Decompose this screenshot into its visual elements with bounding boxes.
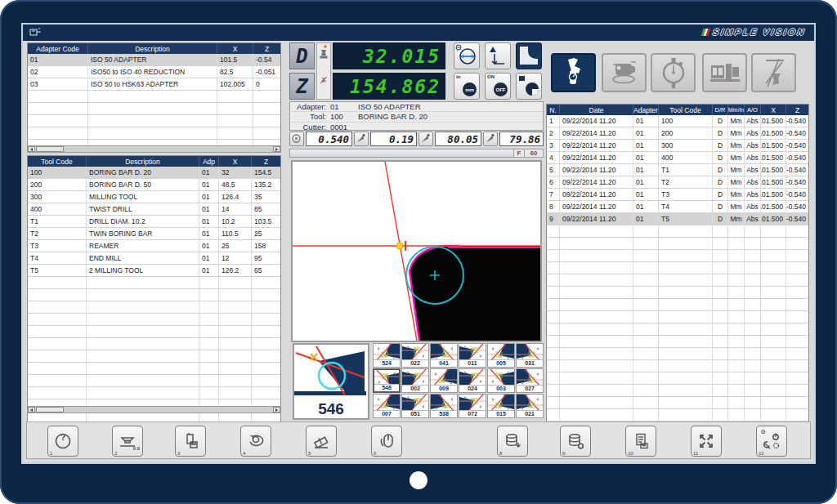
- system-settings-button[interactable]: G 12: [756, 426, 787, 457]
- gallery-thumbnail[interactable]: 051: [401, 394, 429, 418]
- history-empty-row[interactable]: [547, 262, 808, 274]
- scroll-left-arrow[interactable]: [28, 146, 35, 152]
- tool-empty-row[interactable]: [28, 375, 280, 387]
- tool-row[interactable]: 300 MILLING TOOL 01 126.4 35: [28, 191, 280, 203]
- machine-mode-button[interactable]: [702, 53, 747, 92]
- tool-empty-row[interactable]: [28, 277, 280, 289]
- tool-table-scrollbar[interactable]: [27, 406, 281, 413]
- capture-button[interactable]: 6: [371, 426, 402, 457]
- history-row[interactable]: 4 09/22/2014 11.20 01 400 D Mm Abs 101.5…: [547, 152, 808, 164]
- history-empty-row[interactable]: [547, 385, 808, 397]
- history-row[interactable]: 6 09/22/2014 11.20 01 T2 D Mm Abs 101.50…: [547, 176, 808, 189]
- scrollbar-thumb[interactable]: [36, 146, 64, 152]
- gallery-thumbnail[interactable]: 011: [459, 343, 486, 368]
- history-empty-row[interactable]: [547, 323, 808, 336]
- gallery-thumbnail[interactable]: 041: [430, 343, 458, 368]
- tool-row[interactable]: 400 TWIST DRILL 01 14 85: [28, 203, 280, 216]
- history-row[interactable]: 5 09/22/2014 11.20 01 T1 D Mm Abs 101.50…: [547, 164, 808, 176]
- tool-row[interactable]: 100 BORING BAR D. 20 01 32 154.5: [28, 167, 280, 179]
- save-tool-button[interactable]: 3: [175, 426, 206, 457]
- fullscreen-button[interactable]: 11: [691, 426, 722, 457]
- gallery-thumbnail[interactable]: 005: [487, 343, 515, 368]
- tool-zero-button[interactable]: 0.0 2: [112, 426, 143, 457]
- tool-row[interactable]: T5 2 MILLING TOOL 01 126.2 65: [28, 265, 280, 277]
- gallery-thumbnail[interactable]: 022: [401, 343, 429, 368]
- scroll-left-arrow[interactable]: [28, 407, 35, 413]
- inch-mm-toggle-button[interactable]: in mm: [454, 73, 480, 100]
- gallery-thumbnail[interactable]: 546: [373, 368, 401, 393]
- gallery-thumbnail[interactable]: 072: [459, 394, 486, 418]
- history-empty-row[interactable]: [547, 397, 808, 409]
- on-off-button[interactable]: ON OFF: [485, 73, 511, 100]
- history-empty-row[interactable]: [547, 336, 808, 348]
- angle-measure-button-2[interactable]: [418, 132, 433, 146]
- axis-z-button[interactable]: Z: [289, 73, 315, 100]
- history-empty-row[interactable]: [547, 250, 808, 262]
- history-row[interactable]: 1 09/22/2014 11.20 01 100 D Mm Abs 101.5…: [547, 115, 808, 127]
- gallery-thumbnail[interactable]: 002: [401, 368, 429, 393]
- tool-empty-row[interactable]: [28, 314, 280, 326]
- tool-empty-row[interactable]: [28, 301, 280, 314]
- tool-empty-row[interactable]: [28, 289, 280, 301]
- history-row[interactable]: 8 09/22/2014 11.20 01 T4 D Mm Abs 101.50…: [547, 201, 808, 213]
- gallery-thumbnail[interactable]: 524: [373, 343, 401, 368]
- gallery-thumbnail[interactable]: 031: [516, 343, 544, 368]
- gallery-thumbnail[interactable]: 007: [373, 394, 401, 418]
- datum-reference-button[interactable]: [485, 42, 511, 69]
- history-row[interactable]: 2 09/22/2014 11.20 01 200 D Mm Abs 101.5…: [547, 127, 808, 140]
- history-row[interactable]: 3 09/22/2014 11.20 01 300 D Mm Abs 101.5…: [547, 140, 808, 152]
- tool-rotation-button[interactable]: 4: [240, 426, 271, 457]
- adapter-empty-row[interactable]: [28, 91, 280, 103]
- history-empty-row[interactable]: [547, 360, 808, 372]
- adapter-row[interactable]: 03 ISO 50 to HSK63 ADAPTER 102.005 0: [28, 78, 280, 91]
- tool-empty-row[interactable]: [28, 387, 280, 399]
- history-empty-row[interactable]: [547, 274, 808, 287]
- history-empty-row[interactable]: [547, 348, 808, 360]
- history-empty-row[interactable]: [547, 299, 808, 311]
- gallery-thumbnail[interactable]: 021: [516, 394, 544, 418]
- angle-measure-button-3[interactable]: [483, 132, 498, 146]
- adapter-empty-row[interactable]: [28, 103, 280, 115]
- scroll-right-arrow[interactable]: [273, 146, 280, 152]
- history-row[interactable]: 7 09/22/2014 11.20 01 T3 D Mm Abs 101.50…: [547, 189, 808, 201]
- gallery-thumbnail[interactable]: 009: [430, 368, 458, 393]
- help-button[interactable]: ? 1: [47, 426, 78, 457]
- scrollbar-thumb[interactable]: [36, 407, 64, 413]
- height-gauge-mode-button[interactable]: [751, 53, 796, 92]
- gallery-thumbnail[interactable]: 003: [487, 368, 515, 393]
- database-settings-button[interactable]: 9: [560, 426, 591, 457]
- history-row[interactable]: 9 09/22/2014 11.20 01 T5 D Mm Abs 101.50…: [547, 213, 808, 225]
- corner-radius-button[interactable]: [516, 42, 542, 69]
- gallery-thumbnail[interactable]: 015: [487, 394, 515, 418]
- gallery-thumbnail[interactable]: 027: [516, 368, 544, 393]
- history-empty-row[interactable]: [547, 225, 808, 238]
- history-empty-row[interactable]: [547, 311, 808, 323]
- diameter-measure-button[interactable]: [454, 42, 480, 69]
- adapter-row[interactable]: 02 ISO50 to ISO 40 REDUCTION 82.5 -0.051: [28, 66, 280, 78]
- tool-row[interactable]: 200 BORING BAR D. 50 01 48.5 135.2: [28, 179, 280, 191]
- axis-d-button[interactable]: D: [289, 42, 315, 69]
- tool-row[interactable]: T1 DRILL DIAM. 10.2 01 10.2 103.5: [28, 216, 280, 228]
- angle-measure-button-1[interactable]: [354, 132, 369, 146]
- selected-image-preview[interactable]: 546: [293, 343, 369, 420]
- gallery-thumbnail[interactable]: 024: [459, 368, 486, 393]
- adapter-empty-row[interactable]: [28, 127, 280, 140]
- adapter-table-scrollbar[interactable]: [27, 145, 281, 153]
- tool-empty-row[interactable]: [28, 326, 280, 338]
- tool-row[interactable]: T2 TWIN BORING BAR 01 110.5 25: [28, 228, 280, 240]
- adapter-empty-row[interactable]: [28, 115, 280, 127]
- history-empty-row[interactable]: [547, 409, 808, 421]
- database-save-button[interactable]: 8: [497, 426, 528, 457]
- radius-measure-button[interactable]: [289, 132, 304, 146]
- history-empty-row[interactable]: [547, 238, 808, 250]
- tool-empty-row[interactable]: [28, 350, 280, 363]
- tool-empty-row[interactable]: [28, 338, 280, 350]
- scroll-right-arrow[interactable]: [273, 407, 280, 413]
- print-report-button[interactable]: 10: [625, 426, 656, 457]
- tool-row[interactable]: T4 END MILL 01 12 95: [28, 252, 280, 265]
- projector-mode-button[interactable]: [602, 53, 647, 92]
- camera-view[interactable]: [291, 160, 542, 342]
- dial-indicator-mode-button[interactable]: [651, 53, 696, 92]
- tool-empty-row[interactable]: [28, 363, 280, 375]
- adapter-row[interactable]: 01 ISO 50 ADAPTER 101.5 -0.54: [28, 54, 280, 66]
